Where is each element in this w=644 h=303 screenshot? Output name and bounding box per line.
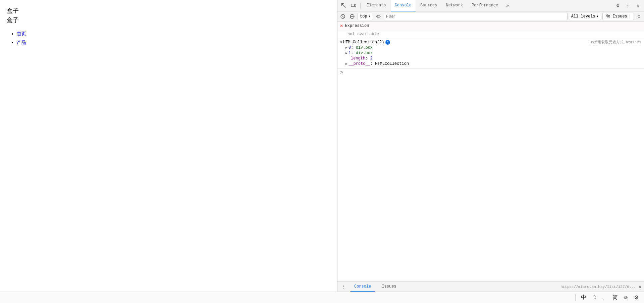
prop-length-key: length (351, 56, 365, 61)
context-label: top (360, 14, 367, 19)
context-selector[interactable]: top ▾ (358, 13, 373, 20)
prop-value-1: div.box (356, 51, 373, 55)
close-devtools-icon[interactable]: ✕ (633, 1, 643, 10)
tree-item-1: ▶ 1 : div.box (345, 50, 641, 56)
context-dropdown-icon: ▾ (368, 14, 371, 19)
bottom-more-icon[interactable]: ⋮ (340, 283, 347, 290)
tree-item-proto: ▶ __proto__ : HTMLCollection (345, 61, 641, 67)
console-prompt-icon: > (340, 70, 343, 75)
page-content: 盒子 盒子 首页 产品 (0, 0, 337, 292)
bottom-tab-console[interactable]: Console (350, 282, 375, 292)
expression-label: Expression (345, 24, 369, 28)
list-item-home: 首页 (17, 31, 330, 37)
prop-key-1: 1 (348, 51, 351, 55)
more-options-icon[interactable]: ⋮ (623, 1, 633, 10)
svg-line-3 (341, 15, 344, 18)
tree-item-0-toggle[interactable]: ▶ (345, 46, 347, 50)
expression-close-icon[interactable]: ✕ (340, 23, 343, 29)
device-toolbar-icon[interactable] (349, 1, 358, 10)
not-available-text: not available (347, 32, 379, 36)
svg-point-6 (378, 16, 379, 17)
info-badge[interactable]: i (385, 40, 390, 45)
devtools-panel: Elements Console Sources Network Perform… (337, 0, 644, 292)
tree-item-0: ▶ 0 : div.box (345, 45, 641, 50)
result-row: ▼ HTMLCollection(2) i ▶ 0 : div.box ▶ (337, 38, 644, 68)
page-title-2: 盒子 (7, 16, 330, 24)
prop-proto-key: __proto__ (348, 61, 370, 66)
not-available-row: not available (337, 30, 644, 38)
ime-bar: 中 ☽ 、 简 ☺ ⚙ (0, 292, 644, 303)
ime-emoji[interactable]: ☺ (623, 295, 629, 301)
inspect-icon[interactable] (339, 1, 348, 10)
svg-rect-0 (351, 4, 355, 7)
tab-performance[interactable]: Performance (468, 0, 502, 11)
link-home[interactable]: 首页 (17, 31, 26, 36)
console-settings-icon[interactable]: ⚙ (635, 13, 643, 20)
tab-network[interactable]: Network (442, 0, 467, 11)
eye-icon[interactable] (374, 12, 382, 20)
settings-icon[interactable]: ⚙ (613, 1, 623, 10)
console-output: ✕ Expression not available ▼ HTMLCollect… (337, 21, 644, 282)
clear-console-icon[interactable] (339, 12, 347, 20)
bottom-url: https://micropan.hay/list/127/0... (403, 285, 636, 289)
bottom-tab-issues[interactable]: Issues (378, 282, 400, 292)
ime-comma[interactable]: 、 (602, 294, 607, 301)
levels-selector[interactable]: All levels ▾ (569, 13, 601, 20)
prop-value-0: div.box (356, 45, 373, 50)
collection-tag: HTMLCollection(2) (343, 40, 384, 45)
tree-item-length: length : 2 (345, 56, 641, 61)
list-item-product: 产品 (17, 40, 330, 46)
more-tabs-button[interactable]: » (503, 1, 512, 10)
tab-console[interactable]: Console (391, 0, 416, 11)
tab-elements[interactable]: Elements (363, 0, 390, 11)
devtools-toolbar: Elements Console Sources Network Perform… (337, 0, 644, 11)
ime-settings[interactable]: ⚙ (634, 294, 639, 301)
link-product[interactable]: 产品 (17, 40, 26, 45)
ime-simplified[interactable]: 简 (612, 294, 618, 301)
levels-dropdown-icon: ▾ (596, 14, 599, 19)
console-input-row: > (337, 68, 644, 77)
prop-length-value: 2 (370, 56, 373, 61)
svg-rect-1 (355, 5, 356, 6)
no-issues-separator: | (629, 14, 631, 19)
main-area: 盒子 盒子 首页 产品 (0, 0, 644, 292)
file-link[interactable]: H5新增获取元素方式.html:22 (590, 40, 641, 45)
levels-label: All levels (571, 14, 595, 19)
page-list: 首页 产品 (17, 31, 330, 46)
filter-input[interactable] (384, 13, 568, 20)
page-title-1: 盒子 (7, 7, 330, 15)
bottom-close-icon[interactable]: ✕ (639, 284, 641, 290)
ime-chinese[interactable]: 中 (581, 294, 586, 301)
prop-key-0: 0 (348, 45, 351, 50)
console-toolbar: top ▾ All levels ▾ No Issues | (337, 11, 644, 21)
no-issues-label: No Issues (605, 14, 627, 19)
tree-proto-toggle[interactable]: ▶ (345, 62, 347, 66)
tab-sources[interactable]: Sources (416, 0, 441, 11)
tree-item-1-toggle[interactable]: ▶ (345, 51, 347, 55)
prop-proto-value: HTMLCollection (375, 61, 409, 66)
tree-root-toggle[interactable]: ▼ (340, 41, 342, 44)
separator-1 (360, 2, 361, 9)
block-network-icon[interactable] (348, 12, 356, 20)
ime-separator (575, 294, 576, 301)
ime-moon[interactable]: ☽ (592, 294, 596, 301)
expression-row: ✕ Expression (337, 21, 644, 30)
bottom-bar: ⋮ Console Issues https://micropan.hay/li… (337, 282, 644, 292)
no-issues-badge: No Issues | (602, 13, 634, 20)
